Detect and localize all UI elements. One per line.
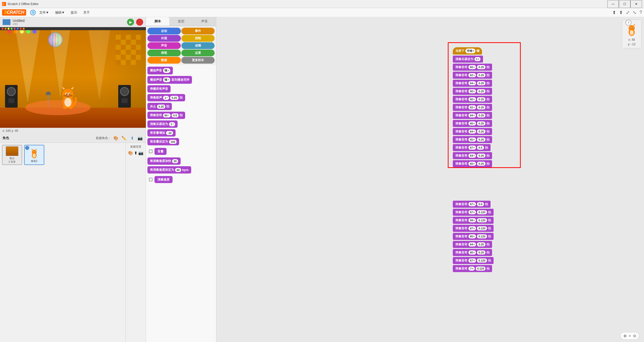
block-set-instrument[interactable]: 演奏乐器设为 1 ▾ xyxy=(147,120,178,128)
category-sensing[interactable]: 侦测 xyxy=(181,42,215,49)
tab-costumes[interactable]: 造型 xyxy=(169,17,193,26)
sprite-info-panel: x: 48 y: -13 xyxy=(622,20,641,48)
script-note-10[interactable]: 弹奏音符 65 ▾ 0.25 拍 xyxy=(453,136,492,143)
tab-scripts[interactable]: 脚本 xyxy=(146,17,169,26)
script-note-14[interactable]: 弹奏音符 67 ▾ 0.5 拍 xyxy=(453,201,491,208)
zoom-out-button[interactable]: ⊖ xyxy=(633,333,636,338)
block-rest[interactable]: 休止 0.25 拍 xyxy=(147,103,172,110)
svg-point-18 xyxy=(63,106,67,109)
script-note-19[interactable]: 弹奏音符 64 ▾ 0.25 拍 xyxy=(453,241,492,248)
upload-icon[interactable]: ⬆ xyxy=(612,10,616,15)
close-button[interactable]: ✕ xyxy=(630,0,642,8)
minimize-button[interactable]: — xyxy=(607,0,619,8)
svg-point-19 xyxy=(69,106,73,109)
scripts-help-button[interactable]: ? xyxy=(625,20,631,26)
sprite-info-badge[interactable]: i xyxy=(25,146,29,150)
category-motion[interactable]: 运动 xyxy=(147,28,181,34)
block-set-volume[interactable]: 将音量设定为 100 xyxy=(147,138,179,145)
file-menu[interactable]: 文件▼ xyxy=(37,9,52,16)
script-note-21[interactable]: 弹奏音符 67 ▾ 0.125 拍 xyxy=(453,257,494,264)
scripts-area[interactable]: 当按下 空格 ▾ 键 演奏乐器设为 1 ▾ 弹奏音符 60 ▾ 0.25 xyxy=(216,17,644,342)
zoom-in-button[interactable]: ⊕ xyxy=(623,333,627,338)
volume-checkbox[interactable] xyxy=(149,150,152,153)
script-note-4[interactable]: 弹奏音符 60 ▾ 0.25 拍 xyxy=(453,88,492,95)
maximize-button[interactable]: ☐ xyxy=(619,0,630,8)
category-control[interactable]: 控制 xyxy=(181,35,215,42)
help-icon[interactable]: ? xyxy=(639,10,642,15)
block-tempo-reporter[interactable]: 演奏速度 xyxy=(147,175,215,184)
block-volume-reporter[interactable]: 音量 xyxy=(147,147,215,156)
script-container: 当按下 空格 ▾ 键 演奏乐器设为 1 ▾ 弹奏音符 60 ▾ 0.25 xyxy=(453,47,492,168)
new-sprite-paint-button[interactable]: 🎨 xyxy=(113,135,119,141)
category-operators[interactable]: 运算 xyxy=(181,50,215,56)
script-note-11[interactable]: 弹奏音符 67 ▾ 0.5 拍 xyxy=(453,144,491,151)
about-menu[interactable]: 关于 xyxy=(81,9,92,16)
category-sound[interactable]: 声音 xyxy=(147,42,181,49)
block-play-note[interactable]: 弹奏音符 60 ▾ 0.5 拍 xyxy=(147,112,185,119)
zoom-reset-button[interactable]: = xyxy=(629,334,631,338)
category-data[interactable]: 数据 xyxy=(147,57,181,64)
block-change-tempo[interactable]: 将演奏速度加快 20 xyxy=(147,157,181,165)
script-note-12[interactable]: 弹奏音符 64 ▾ 0.25 拍 xyxy=(453,152,492,159)
new-bg-upload-button[interactable]: ⬆ xyxy=(134,151,137,155)
script-note-2[interactable]: 弹奏音符 62 ▾ 0.25 拍 xyxy=(453,72,492,79)
block-stop-sounds[interactable]: 停播所有声音 xyxy=(147,85,171,93)
script-note-13[interactable]: 弹奏音符 65 ▾ 0.25 拍 xyxy=(453,160,492,167)
category-more[interactable]: 更多积木 xyxy=(181,57,215,64)
fullscreen-icon[interactable]: ⤢ xyxy=(626,10,630,15)
scratch-logo: SCRATCH xyxy=(2,9,26,16)
category-events[interactable]: 事件 xyxy=(181,28,215,34)
script-note-15[interactable]: 弹奏音符 67 ▾ 0.125 拍 xyxy=(453,209,494,216)
svg-marker-23 xyxy=(35,149,37,150)
upload2-icon[interactable]: ⬆ xyxy=(619,10,623,15)
trigger-key-press[interactable]: 当按下 空格 ▾ 键 xyxy=(453,47,482,55)
green-flag-button[interactable]: ▶ xyxy=(127,19,134,26)
script-note-17[interactable]: 弹奏音符 67 ▾ 0.125 拍 xyxy=(453,225,494,232)
script-note-7[interactable]: 弹奏音符 64 ▾ 0.25 拍 xyxy=(453,112,492,119)
script-note-16[interactable]: 弹奏音符 69 ▾ 0.125 拍 xyxy=(453,217,494,224)
block-drum[interactable]: 弹奏鼓声 1 ▾ 0.25 拍 xyxy=(147,94,185,101)
stop-button[interactable] xyxy=(136,19,143,26)
category-pen[interactable]: 画笔 xyxy=(147,50,181,56)
edit-menu[interactable]: 编辑▼ xyxy=(53,9,67,16)
new-bg-camera-button[interactable]: 📷 xyxy=(138,151,143,155)
script-note-5[interactable]: 弹奏音符 60 ▾ 0.25 拍 xyxy=(453,96,492,103)
svg-point-37 xyxy=(632,28,633,28)
block-change-volume[interactable]: 将音量增加 -10 xyxy=(147,129,176,137)
new-sprite-upload-button[interactable]: ⬆ xyxy=(129,135,135,141)
script-note-3[interactable]: 弹奏音符 64 ▾ 0.25 拍 xyxy=(453,80,492,87)
script-note-1[interactable]: 弹奏音符 60 ▾ 0.25 拍 xyxy=(453,64,492,71)
shrink-icon[interactable]: ⤡ xyxy=(633,10,636,15)
stage-coords: x: 240 y: 49 xyxy=(0,128,146,134)
script-note-8[interactable]: 弹奏音符 60 ▾ 0.25 拍 xyxy=(453,120,492,127)
sprites-area: 舞台2 背景 i xyxy=(0,143,126,342)
tempo-checkbox[interactable] xyxy=(149,178,152,181)
stage-version: v461 xyxy=(13,23,24,25)
stage-backdrop-item[interactable]: 舞台2 背景 xyxy=(2,145,22,165)
right-panel: 当按下 空格 ▾ 键 演奏乐器设为 1 ▾ 弹奏音符 60 ▾ 0.25 xyxy=(216,17,644,342)
script-note-20[interactable]: 弹奏音符 60 ▾ 0.25 拍 xyxy=(453,249,492,256)
script-set-instrument[interactable]: 演奏乐器设为 1 ▾ xyxy=(453,56,483,63)
tab-sounds[interactable]: 声音 xyxy=(193,17,216,26)
script-note-6[interactable]: 弹奏音符 62 ▾ 0.25 拍 xyxy=(453,104,492,111)
key-dropdown[interactable]: 空格 ▾ xyxy=(465,49,475,53)
tips-menu[interactable]: 提示 xyxy=(68,9,80,16)
sprite-item-cat[interactable]: i xyxy=(24,145,44,165)
instrument-dropdown[interactable]: 1 ▾ xyxy=(474,57,480,61)
block-set-tempo[interactable]: 将演奏速度设定为 60 bpm xyxy=(147,166,191,174)
new-sprite-camera-button[interactable]: 📷 xyxy=(137,135,143,141)
category-looks[interactable]: 外观 xyxy=(147,35,181,42)
script-note-9[interactable]: 弹奏音符 64 ▾ 0.25 拍 xyxy=(453,128,492,135)
left-panel: Untitled v461 ▶ xyxy=(0,17,146,342)
language-button[interactable]: 🌐 xyxy=(30,10,36,15)
svg-point-36 xyxy=(631,28,631,28)
block-play-sound-until[interactable]: 播放声音 喵 ▾ 直到播放完毕 xyxy=(147,76,192,84)
script-note-18[interactable]: 弹奏音符 65 ▾ 0.125 拍 xyxy=(453,233,494,240)
cat-sprite xyxy=(58,84,78,110)
script-continuation: 弹奏音符 67 ▾ 0.5 拍 弹奏音符 67 ▾ 0.125 拍 弹奏音符 6… xyxy=(453,201,494,273)
new-sprite-edit-button[interactable]: ✏️ xyxy=(121,135,127,141)
svg-point-17 xyxy=(64,98,71,107)
new-bg-paint-button[interactable]: 🎨 xyxy=(128,151,133,155)
script-note-22[interactable]: 弹奏音符 ? ▾ 0.125 拍 xyxy=(453,265,492,272)
block-play-sound[interactable]: 播放声音 喵 ▾ xyxy=(147,67,173,74)
